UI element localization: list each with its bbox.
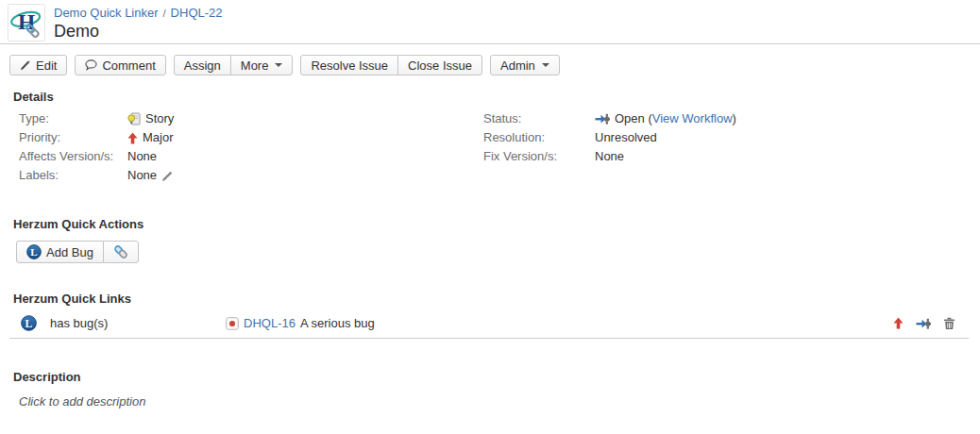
speech-bubble-icon xyxy=(85,59,97,71)
linked-issue-key-link[interactable]: DHQL-16 xyxy=(244,316,296,330)
herzum-logo: H xyxy=(8,4,45,42)
priority-value: Major xyxy=(143,131,174,144)
fix-versions-value: None xyxy=(595,150,624,163)
add-bug-button[interactable]: L Add Bug xyxy=(16,241,104,263)
assign-more-group: Assign More xyxy=(174,55,294,75)
description-heading: Description xyxy=(0,370,980,384)
status-open-icon xyxy=(595,112,610,125)
story-icon xyxy=(127,112,141,125)
link-icon xyxy=(113,244,128,259)
details-heading: Details xyxy=(0,90,980,104)
add-bug-button-label: Add Bug xyxy=(46,245,93,259)
status-open-icon[interactable] xyxy=(916,317,931,330)
field-resolution: Resolution: Unresolved xyxy=(465,131,980,144)
field-type: Type: Story xyxy=(0,112,465,125)
resolve-issue-button[interactable]: Resolve Issue xyxy=(300,55,398,75)
affects-versions-value: None xyxy=(127,150,157,163)
comment-button-label: Comment xyxy=(102,58,155,73)
field-affects-versions: Affects Version/s: None xyxy=(0,150,465,163)
resolution-value: Unresolved xyxy=(595,131,657,144)
field-fix-versions: Fix Version/s: None xyxy=(465,150,980,163)
svg-text:L: L xyxy=(30,246,37,258)
issue-title: Demo xyxy=(54,22,223,41)
pencil-icon xyxy=(20,59,31,71)
svg-text:L: L xyxy=(25,318,33,330)
issue-toolbar: Edit Comment Assign More Resolve Issue C… xyxy=(0,44,980,75)
trash-icon[interactable] xyxy=(943,317,955,330)
herzum-logo-graphic: H xyxy=(9,6,43,40)
quick-actions-heading: Herzum Quick Actions xyxy=(0,217,980,231)
status-label: Status: xyxy=(483,112,595,125)
breadcrumb-separator: / xyxy=(163,8,166,19)
more-dropdown-button[interactable]: More xyxy=(230,55,294,75)
affects-versions-label: Affects Version/s: xyxy=(19,150,127,163)
close-issue-label: Close Issue xyxy=(408,58,472,73)
edit-button[interactable]: Edit xyxy=(9,55,67,75)
breadcrumb: Demo Quick Linker/DHQL-22 xyxy=(54,7,223,20)
issue-header: H Demo Quick Linker/DHQL-22 Demo xyxy=(0,0,980,44)
labels-edit-pencil-icon[interactable] xyxy=(161,170,174,182)
view-workflow-link[interactable]: View Workflow xyxy=(652,111,733,125)
fix-versions-label: Fix Version/s: xyxy=(483,150,595,163)
priority-label: Priority: xyxy=(19,131,127,144)
admin-button-label: Admin xyxy=(500,58,535,73)
breadcrumb-project-link[interactable]: Demo Quick Linker xyxy=(54,6,159,20)
details-section: Details Type: Story xyxy=(0,90,980,188)
close-issue-button[interactable]: Close Issue xyxy=(397,55,482,75)
bug-icon xyxy=(226,317,239,330)
priority-major-icon xyxy=(127,132,138,144)
status-value-suffix: ) xyxy=(733,111,736,125)
description-placeholder[interactable]: Click to add description xyxy=(19,394,980,409)
herzum-l-icon: L xyxy=(21,315,37,331)
field-priority: Priority: Major xyxy=(0,131,465,144)
quick-links-heading: Herzum Quick Links xyxy=(0,292,980,306)
edit-button-label: Edit xyxy=(36,58,57,73)
breadcrumb-issue-key-link[interactable]: DHQL-22 xyxy=(171,6,223,20)
assign-button[interactable]: Assign xyxy=(174,55,231,75)
resolve-issue-label: Resolve Issue xyxy=(311,58,388,73)
herzum-l-icon: L xyxy=(26,244,42,259)
quick-link-relation: has bug(s) xyxy=(50,316,226,330)
quick-links-section: Herzum Quick Links L has bug(s) DHQL-16 … xyxy=(0,292,980,339)
quick-link-row: L has bug(s) DHQL-16 A serious bug xyxy=(21,315,980,331)
quick-link-button[interactable] xyxy=(103,241,139,263)
comment-button[interactable]: Comment xyxy=(75,55,165,75)
type-label: Type: xyxy=(19,112,127,125)
chevron-down-icon xyxy=(542,63,549,67)
field-labels: Labels: None xyxy=(0,169,465,182)
quick-action-button-group: L Add Bug xyxy=(16,241,139,263)
quick-link-actions xyxy=(893,317,955,330)
type-value: Story xyxy=(145,112,174,125)
quick-links-separator xyxy=(9,338,969,339)
more-button-label: More xyxy=(241,58,269,73)
labels-value: None xyxy=(127,169,157,182)
assign-button-label: Assign xyxy=(184,58,221,73)
priority-major-icon[interactable] xyxy=(893,317,904,329)
labels-label: Labels: xyxy=(19,169,127,182)
status-value: Open (View Workflow) xyxy=(615,112,736,125)
admin-dropdown-button[interactable]: Admin xyxy=(490,55,560,75)
description-section: Description Click to add description xyxy=(0,370,980,409)
chevron-down-icon xyxy=(275,63,282,67)
linked-issue-summary: A serious bug xyxy=(300,316,375,330)
quick-actions-section: Herzum Quick Actions L Add Bug xyxy=(0,217,980,263)
workflow-buttons-group: Resolve Issue Close Issue xyxy=(300,55,482,75)
status-value-prefix: Open ( xyxy=(615,111,652,125)
field-status: Status: Open (View Workflow) xyxy=(465,112,980,125)
linked-issue: DHQL-16 A serious bug xyxy=(226,316,375,330)
resolution-label: Resolution: xyxy=(483,131,595,144)
